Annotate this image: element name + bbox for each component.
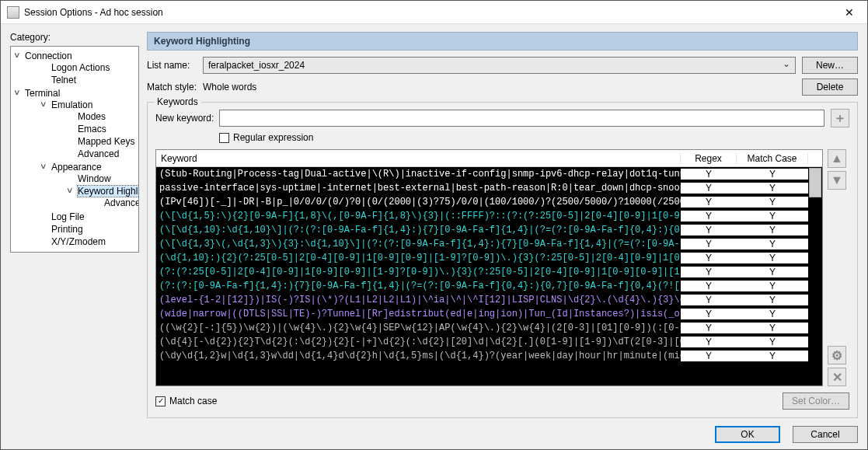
cell-regex: Y xyxy=(681,253,737,263)
grid-header: Keyword Regex Match Case xyxy=(156,150,822,167)
cell-keyword: (\[\d{1,5}:\){2}[0-9A-F]{1,8}\(,[0-9A-F]… xyxy=(156,211,681,222)
cell-regex: Y xyxy=(681,183,737,194)
table-row[interactable]: (\d{1,10}:){2}(?:25[0-5]|2[0-4][0-9]|1[0… xyxy=(156,251,822,265)
move-up-button[interactable]: ▲ xyxy=(828,149,846,168)
match-case-checkbox[interactable]: ✓ xyxy=(155,396,166,406)
tree-telnet[interactable]: Telnet xyxy=(37,74,135,86)
new-keyword-label: New keyword: xyxy=(155,113,219,124)
cell-regex: Y xyxy=(681,239,737,249)
tree-terminal[interactable]: Terminal Emulation Modes Emacs Mapped Ke… xyxy=(11,87,138,249)
cell-regex: Y xyxy=(681,309,737,319)
grid-body[interactable]: (Stub-Routing|Process-tag|Dual-active|\(… xyxy=(156,167,822,385)
match-case-label: Match case xyxy=(169,396,217,406)
cell-regex: Y xyxy=(681,323,737,333)
table-row[interactable]: (wide|narrow|((DTLS|SSL|TE)-)?Tunnel|[Rr… xyxy=(156,307,822,321)
tree-emacs[interactable]: Emacs xyxy=(64,123,132,135)
table-row[interactable]: (Stub-Routing|Process-tag|Dual-active|\(… xyxy=(156,167,822,181)
table-row[interactable]: (\[\d{1,3}\(,\d{1,3}\){3}:\d{1,10}\]|(?:… xyxy=(156,237,822,251)
close-icon[interactable]: ✕ xyxy=(831,1,867,24)
category-tree[interactable]: Connection Logon Actions Telnet Terminal… xyxy=(10,46,139,253)
section-header: Keyword Highlighting xyxy=(147,32,858,51)
table-row[interactable]: (\d{4}[-\d{2}){2}T\d{2}(:\d{2}){2}[-|+]\… xyxy=(156,335,822,349)
delete-keyword-button[interactable]: ✕ xyxy=(828,368,846,386)
set-color-button[interactable]: Set Color… xyxy=(783,392,849,410)
tree-printing[interactable]: Printing xyxy=(37,223,135,235)
cell-matchcase: Y xyxy=(737,295,808,305)
cell-keyword: (?:(?:25[0-5]|2[0-4][0-9]|1[0-9][0-9]|[1… xyxy=(156,267,681,277)
move-down-button[interactable]: ▼ xyxy=(828,171,846,190)
tree-mapped-keys[interactable]: Mapped Keys xyxy=(64,135,132,148)
tree-xyzmodem[interactable]: X/Y/Zmodem xyxy=(37,235,135,248)
col-keyword[interactable]: Keyword xyxy=(156,153,681,164)
cell-matchcase: Y xyxy=(737,351,808,361)
match-style-value: Whole words xyxy=(203,82,796,92)
table-row[interactable]: (level-{1-2|[12]})|IS(-)?IS|(\*)?(L1|L2|… xyxy=(156,293,822,307)
table-row[interactable]: ((\w{2}[-:]{5})\w{2})|(\w{4}\.){2}\w{4}|… xyxy=(156,321,822,335)
dialog-buttons: OK Cancel xyxy=(10,418,858,443)
cell-matchcase: Y xyxy=(737,169,808,180)
cell-keyword: (\dy\d{1,2}w|\d{1,3}w\dd|\d{1,4}d\d{2}h|… xyxy=(156,351,681,361)
table-row[interactable]: (\dy\d{1,2}w|\d{1,3}w\dd|\d{1,4}d\d{2}h|… xyxy=(156,349,822,363)
delete-list-button[interactable]: Delete xyxy=(802,78,858,96)
table-row[interactable]: passive-interface|sys-uptime|-internet|b… xyxy=(156,181,822,195)
cell-regex: Y xyxy=(681,337,737,347)
cell-regex: Y xyxy=(681,351,737,361)
tree-log-file[interactable]: Log File xyxy=(37,211,135,223)
cell-keyword: (\d{4}[-\d{2}){2}T\d{2}(:\d{2}){2}[-|+]\… xyxy=(156,337,681,347)
table-row[interactable]: (\[\d{1,5}:\){2}[0-9A-F]{1,8}\(,[0-9A-F]… xyxy=(156,209,822,223)
col-matchcase[interactable]: Match Case xyxy=(737,153,808,164)
tree-logon-actions[interactable]: Logon Actions xyxy=(37,61,135,74)
cancel-button[interactable]: Cancel xyxy=(793,426,858,443)
tree-advanced-kw[interactable]: Advanced xyxy=(90,197,129,209)
main-panel: Keyword Highlighting List name: feralpac… xyxy=(147,32,858,418)
cell-keyword: (\[\d{1,10}:\d{1,10}\]|(?:(?:[0-9A-Fa-f]… xyxy=(156,225,681,235)
cell-keyword: (\d{1,10}:){2}(?:25[0-5]|2[0-4][0-9]|1[0… xyxy=(156,253,681,263)
regex-checkbox-label: Regular expression xyxy=(233,132,313,143)
keyword-grid[interactable]: Keyword Regex Match Case (Stub-Routing|P… xyxy=(155,149,823,386)
cell-matchcase: Y xyxy=(737,197,808,208)
cell-matchcase: Y xyxy=(737,239,808,249)
new-keyword-input[interactable] xyxy=(219,110,824,127)
table-row[interactable]: (\[\d{1,10}:\d{1,10}\]|(?:(?:[0-9A-Fa-f]… xyxy=(156,223,822,237)
cell-matchcase: Y xyxy=(737,323,808,333)
tree-connection[interactable]: Connection Logon Actions Telnet xyxy=(11,50,138,87)
cell-keyword: (level-{1-2|[12]})|IS(-)?IS|(\*)?(L1|L2|… xyxy=(156,295,681,305)
cell-keyword: (wide|narrow|((DTLS|SSL|TE)-)?Tunnel|[Rr… xyxy=(156,309,681,319)
table-row[interactable]: (?:(?:25[0-5]|2[0-4][0-9]|1[0-9][0-9]|[1… xyxy=(156,265,822,279)
scrollbar-thumb[interactable] xyxy=(809,168,821,197)
cell-keyword: (Stub-Routing|Process-tag|Dual-active|\(… xyxy=(156,169,681,180)
list-name-label: List name: xyxy=(147,60,203,71)
cell-matchcase: Y xyxy=(737,211,808,222)
regex-checkbox[interactable] xyxy=(219,133,229,143)
table-row[interactable]: (?:(?:[0-9A-Fa-f]{1,4}:){7}[0-9A-Fa-f]{1… xyxy=(156,279,822,293)
app-icon xyxy=(7,6,19,19)
cell-matchcase: Y xyxy=(737,309,808,319)
col-regex[interactable]: Regex xyxy=(681,153,737,164)
tree-keyword-highlighting[interactable]: Keyword Highlighting Advanced xyxy=(64,185,132,210)
dialog-window: Session Options - Ad hoc session ✕ Categ… xyxy=(0,0,868,450)
cell-regex: Y xyxy=(681,281,737,291)
cell-matchcase: Y xyxy=(737,267,808,277)
gear-icon[interactable]: ⚙ xyxy=(828,346,846,365)
tree-emulation[interactable]: Emulation Modes Emacs Mapped Keys Advanc… xyxy=(37,99,135,161)
category-label: Category: xyxy=(10,32,139,43)
tree-modes[interactable]: Modes xyxy=(64,110,132,123)
tree-advanced-emu[interactable]: Advanced xyxy=(64,148,132,160)
titlebar: Session Options - Ad hoc session ✕ xyxy=(1,1,867,24)
tree-appearance[interactable]: Appearance Window Keyword Highlighting A… xyxy=(37,161,135,211)
cell-regex: Y xyxy=(681,225,737,235)
cell-regex: Y xyxy=(681,197,737,208)
cell-keyword: (?:(?:[0-9A-Fa-f]{1,4}:){7}[0-9A-Fa-f]{1… xyxy=(156,281,681,291)
ok-button[interactable]: OK xyxy=(715,426,780,443)
cell-matchcase: Y xyxy=(737,225,808,235)
add-keyword-button[interactable]: ＋ xyxy=(831,109,849,127)
cell-matchcase: Y xyxy=(737,281,808,291)
cell-keyword: (IPv[46])[-_]|-DR|-B|p_|0/0/0/(0/)?0|(0/… xyxy=(156,197,681,208)
list-name-combo[interactable]: feralpacket_iosxr_2024 xyxy=(203,57,796,74)
keywords-legend: Keywords xyxy=(154,96,201,107)
new-list-button[interactable]: New… xyxy=(802,57,858,74)
tree-window[interactable]: Window xyxy=(64,173,132,185)
keywords-fieldset: Keywords New keyword: ＋ Regular expressi… xyxy=(147,102,858,418)
table-row[interactable]: (IPv[46])[-_]|-DR|-B|p_|0/0/0/(0/)?0|(0/… xyxy=(156,195,822,209)
window-title: Session Options - Ad hoc session xyxy=(24,7,831,18)
